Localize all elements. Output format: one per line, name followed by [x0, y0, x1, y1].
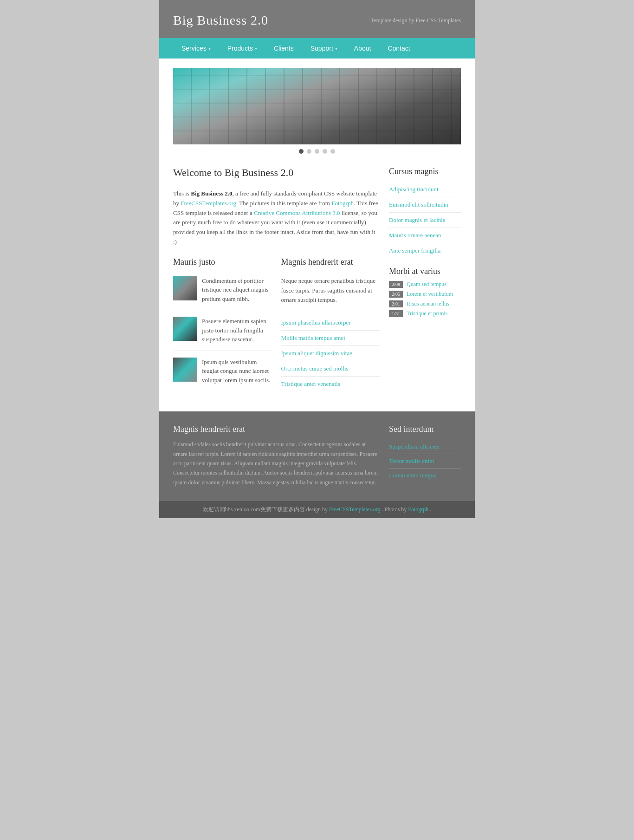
nav-item-contact[interactable]: Contact [379, 38, 418, 59]
bottom-bar: 欢迎访问bbs.xenloo.com免费下载更多内容 design by Fre… [159, 501, 475, 518]
two-col-section: Mauris justo Condimentum et porttitor tr… [173, 257, 380, 398]
intro-paragraph: This is Big Business 2.0, a free and ful… [173, 189, 380, 247]
footer-dark: Magnis hendrerit erat Euismod sodales so… [159, 411, 475, 501]
footer-link-3: Lorem enim tempor [389, 469, 461, 482]
slider-image [173, 68, 461, 144]
mauris-item-1: Condimentum et porttitor tristique nec a… [173, 276, 272, 311]
footer-right: Sed interdum Suspendisse ultricies Torto… [389, 424, 461, 487]
magnis-link-4: Orci metus curae sed mollis [281, 361, 380, 377]
cursus-link-2-anchor[interactable]: Euismod elit sollicitudin [389, 201, 448, 208]
cursus-link-1-anchor[interactable]: Adipiscing tincidunt [389, 186, 439, 193]
bottom-text3: . [430, 506, 431, 513]
footer-link-2-anchor[interactable]: Tortor mollis enim [389, 457, 434, 464]
magnis-link-5: Tristique amet venenatis [281, 377, 380, 391]
bottom-link2[interactable]: Fotogrph [408, 506, 428, 513]
morbi-date-2: 2/05 [389, 291, 403, 298]
footer-left: Magnis hendrerit erat Euismod sodales so… [173, 424, 380, 487]
magnis-intro: Neque neque ornare penatibus tristique f… [281, 276, 380, 305]
morbi-item-2: 2/05 Lorem et vestibulum [389, 291, 461, 298]
morbi-link-4[interactable]: Tristique et primis [407, 310, 447, 317]
cursus-link-5: Ante semper fringilla [389, 243, 461, 258]
morbi-list: 2/08 Quam sed tempus 2/05 Lorem et vesti… [389, 281, 461, 317]
content-left: Welcome to Big Business 2.0 This is Big … [173, 167, 380, 397]
slider-dot-4[interactable] [323, 149, 327, 154]
mauris-section: Mauris justo Condimentum et porttitor tr… [173, 257, 272, 398]
morbi-item-4: 1/31 Tristique et primis [389, 310, 461, 317]
cursus-link-5-anchor[interactable]: Ante semper fringilla [389, 247, 440, 254]
mauris-item-2: Posuere elementum sapien justo tortor nu… [173, 317, 272, 351]
morbi-link-3[interactable]: Risus aenean tellus [407, 300, 449, 307]
cursus-heading: Cursus magnis [389, 167, 461, 176]
mauris-item-3: Ipsum quis vestibulum feugiat congue nun… [173, 358, 272, 391]
magnis-heading: Magnis hendrerit erat [281, 257, 380, 270]
slider-image-inner [173, 68, 461, 144]
slider-dots [173, 144, 461, 157]
header: Big Business 2.0 Template design by Free… [159, 0, 475, 38]
nav-item-clients[interactable]: Clients [265, 38, 302, 59]
morbi-link-1[interactable]: Quam sed tempus [407, 281, 446, 288]
navigation: Services ▾ Products ▾ Clients Support ▾ … [159, 38, 475, 59]
bottom-text2: . Photos by [382, 506, 408, 513]
mauris-text-2: Posuere elementum sapien justo tortor nu… [202, 317, 272, 344]
morbi-link-2[interactable]: Lorem et vestibulum [407, 291, 453, 298]
chevron-down-icon: ▾ [255, 46, 257, 51]
thumb-image-3 [173, 358, 197, 382]
cursus-link-list: Adipiscing tincidunt Euismod elit sollic… [389, 182, 461, 258]
morbi-date-3: 2/01 [389, 300, 403, 307]
cursus-link-2: Euismod elit sollicitudin [389, 197, 461, 213]
magnis-section: Magnis hendrerit erat Neque neque ornare… [281, 257, 380, 398]
magnis-link-3: Ipsum aliquet dignissim vitae [281, 346, 380, 361]
cc-link[interactable]: Creative Commons Attributions 3.0 [254, 209, 340, 216]
slider-dot-3[interactable] [315, 149, 319, 154]
footer-link-2: Tortor mollis enim [389, 454, 461, 469]
footer-right-heading: Sed interdum [389, 424, 461, 434]
fotogrph-link[interactable]: Fotogrph [331, 200, 354, 207]
cursus-link-3: Dolor magnis et lacinia [389, 213, 461, 228]
cursus-link-4-anchor[interactable]: Mauris ornare aenean [389, 232, 441, 239]
mauris-text-3: Ipsum quis vestibulum feugiat congue nun… [202, 358, 272, 385]
mauris-heading: Mauris justo [173, 257, 272, 270]
footer-link-3-anchor[interactable]: Lorem enim tempor [389, 472, 437, 479]
footer-left-text: Euismod sodales sociis hendrerit pulvina… [173, 440, 380, 487]
page-wrapper: Big Business 2.0 Template design by Free… [159, 0, 475, 518]
nav-item-services[interactable]: Services ▾ [173, 38, 219, 59]
bottom-text1: design by [306, 506, 329, 513]
magnis-link-2: Mollis mattis tempus amet [281, 331, 380, 346]
slider-area [159, 59, 475, 162]
magnis-link-5-anchor[interactable]: Tristique amet venenatis [281, 380, 340, 387]
bottom-link1[interactable]: FreeCSSTemplates.org [329, 506, 381, 513]
footer-link-1-anchor[interactable]: Suspendisse ultricies [389, 443, 440, 450]
morbi-item-1: 2/08 Quam sed tempus [389, 281, 461, 288]
footer-link-list: Suspendisse ultricies Tortor mollis enim… [389, 440, 461, 482]
freecss-link[interactable]: FreeCSSTemplates.org [181, 200, 236, 207]
nav-item-support[interactable]: Support ▾ [302, 38, 346, 59]
cursus-link-4: Mauris ornare aenean [389, 228, 461, 243]
magnis-link-4-anchor[interactable]: Orci metus curae sed mollis [281, 365, 349, 372]
welcome-heading: Welcome to Big Business 2.0 [173, 167, 380, 182]
footer-link-1: Suspendisse ultricies [389, 440, 461, 454]
magnis-link-2-anchor[interactable]: Mollis mattis tempus amet [281, 334, 345, 341]
nav-item-about[interactable]: About [346, 38, 380, 59]
slider-dot-1[interactable] [299, 149, 304, 154]
morbi-date-1: 2/08 [389, 281, 403, 288]
cursus-link-1: Adipiscing tincidunt [389, 182, 461, 197]
thumb-image-1 [173, 276, 197, 300]
footer-left-heading: Magnis hendrerit erat [173, 424, 380, 434]
cursus-link-3-anchor[interactable]: Dolor magnis et lacinia [389, 216, 446, 223]
bottom-watermark: 欢迎访问bbs.xenloo.com免费下载更多内容 [203, 506, 305, 513]
main-content: Welcome to Big Business 2.0 This is Big … [159, 162, 475, 411]
tagline: Template design by Free CSS Templates [371, 17, 461, 24]
magnis-link-list: Ipsum phasellus ullamcorper Mollis matti… [281, 315, 380, 391]
morbi-heading: Morbi at varius [389, 267, 461, 276]
magnis-link-3-anchor[interactable]: Ipsum aliquet dignissim vitae [281, 350, 352, 357]
slider-dot-2[interactable] [307, 149, 311, 154]
site-title: Big Business 2.0 [173, 13, 268, 28]
slider-dot-5[interactable] [330, 149, 335, 154]
nav-item-products[interactable]: Products ▾ [219, 38, 265, 59]
magnis-link-1: Ipsum phasellus ullamcorper [281, 315, 380, 331]
magnis-link-1-anchor[interactable]: Ipsum phasellus ullamcorper [281, 319, 351, 326]
morbi-date-4: 1/31 [389, 310, 403, 317]
thumb-image-2 [173, 317, 197, 341]
chevron-down-icon: ▾ [208, 46, 211, 51]
morbi-item-3: 2/01 Risus aenean tellus [389, 300, 461, 307]
